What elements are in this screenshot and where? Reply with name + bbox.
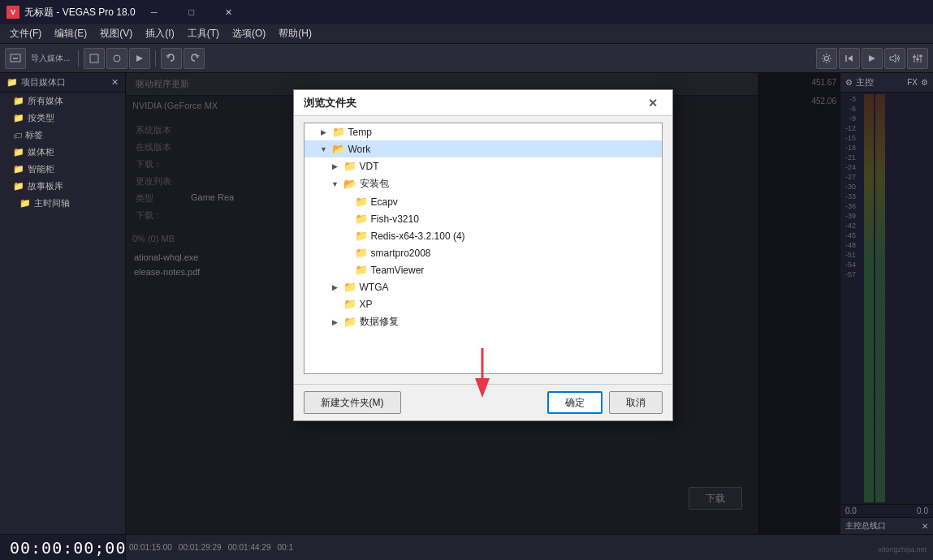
smartpro-label: smartpro2008 [371, 248, 431, 259]
timecode-panel: 00:00:00;00 [0, 535, 126, 560]
ecapv-folder-icon: 📁 [355, 196, 368, 208]
tb-separator-1 [78, 50, 79, 67]
tree-smartpro[interactable]: ▶ 📁 smartpro2008 [305, 244, 662, 261]
tree-work[interactable]: ▼ 📂 Work [305, 140, 662, 157]
wtga-label: WTGA [360, 282, 389, 293]
svg-marker-9 [890, 54, 896, 62]
ecapv-label: Ecapv [371, 196, 398, 208]
menu-options[interactable]: 选项(O) [226, 25, 272, 42]
tb-volume[interactable] [884, 48, 905, 69]
app-title: 无标题 - VEGAS Pro 18.0 [24, 6, 136, 19]
svg-marker-6 [848, 55, 853, 62]
fx-icon[interactable]: FX [907, 78, 918, 87]
teamviewer-folder-icon: 📁 [355, 264, 368, 276]
menu-file[interactable]: 文件(F) [3, 25, 48, 42]
scale-labels: -3 -6 -9 -12 -15 -18 -21 -24 -27 -30 -33… [842, 94, 861, 502]
tree-main-timeline[interactable]: 📁 主时间轴 [0, 195, 125, 212]
cancel-button[interactable]: 取消 [609, 391, 663, 414]
menu-view[interactable]: 视图(V) [93, 25, 139, 42]
menu-insert[interactable]: 插入(I) [139, 25, 180, 42]
tb-btn-1[interactable] [84, 48, 105, 69]
tree-xp[interactable]: ▶ 📁 XP [305, 295, 662, 312]
tb-redo[interactable] [184, 48, 205, 69]
vdt-folder-icon: 📁 [343, 160, 356, 172]
tb-mixer[interactable] [907, 48, 928, 69]
tree-vdt[interactable]: ▶ 📁 VDT [305, 157, 662, 174]
level-meters: -3 -6 -9 -12 -15 -18 -21 -24 -27 -30 -33… [840, 93, 933, 504]
work-folder-icon: 📂 [332, 143, 345, 155]
title-bar: V 无标题 - VEGAS Pro 18.0 ─ □ ✕ [0, 0, 933, 24]
ok-button[interactable]: 确定 [547, 391, 603, 414]
anzhuangbao-folder-icon: 📂 [343, 178, 356, 190]
browse-folder-dialog: 浏览文件夹 ✕ ▶ 📁 Temp ▼ [293, 89, 673, 421]
tree-tags[interactable]: 🏷 标签 [0, 127, 125, 144]
tb-play[interactable] [862, 48, 883, 69]
far-right-panel: ⚙ 主控 FX ⚙ -3 -6 -9 -12 -15 -18 -21 -24 -… [840, 73, 933, 534]
dialog-close-button[interactable]: ✕ [643, 93, 663, 113]
tb-settings[interactable] [816, 48, 837, 69]
tree-smart-cabinet[interactable]: 📁 智能柜 [0, 161, 125, 178]
tree-ecapv[interactable]: ▶ 📁 Ecapv [305, 193, 662, 210]
temp-folder-icon: 📁 [332, 126, 345, 138]
data-recovery-arrow: ▶ [330, 318, 340, 326]
tree-redis[interactable]: ▶ 📁 Redis-x64-3.2.100 (4) [305, 227, 662, 244]
tree-anzhuangbao[interactable]: ▼ 📂 安装包 [305, 174, 662, 193]
tree-temp[interactable]: ▶ 📁 Temp [305, 123, 662, 140]
master-bus-label-row: 主控总线口 ✕ [840, 517, 933, 534]
svg-marker-8 [869, 55, 875, 62]
content-area: 驱动程序更新 NVIDIA (GeForce MX 系统版本 在线版本 下载： [126, 73, 840, 534]
settings-icon-right[interactable]: ⚙ [921, 78, 928, 87]
tree-data-recovery[interactable]: ▶ 📁 数据修复 [305, 312, 662, 331]
work-label: Work [348, 144, 371, 155]
minimize-button[interactable]: ─ [136, 0, 173, 24]
window-controls: ─ □ ✕ [136, 0, 248, 24]
timeline-mark-1: 00:01:15:00 [129, 543, 172, 552]
timeline-mark-4: 00:1 [277, 543, 292, 552]
dialog-body: ▶ 📁 Temp ▼ 📂 Work ▶ [294, 116, 672, 384]
wtga-folder-icon: 📁 [343, 281, 356, 293]
project-media-close[interactable]: ✕ [111, 77, 119, 88]
tree-wtga[interactable]: ▶ 📁 WTGA [305, 278, 662, 295]
meter-right [875, 94, 885, 502]
redis-folder-icon: 📁 [355, 230, 368, 242]
tb-import[interactable] [5, 48, 26, 69]
tree-by-type[interactable]: 📁 按类型 [0, 110, 125, 127]
master-bus-close[interactable]: ✕ [922, 522, 928, 531]
timeline-mark-3: 00:01:44:29 [228, 543, 271, 552]
tree-all-media[interactable]: 📁 所有媒体 [0, 93, 125, 110]
menu-help[interactable]: 帮助(H) [272, 25, 318, 42]
tb-btn-3[interactable] [129, 48, 150, 69]
meter-left [864, 94, 874, 502]
toolbar: 导入媒体... [0, 44, 933, 73]
svg-marker-4 [136, 55, 143, 62]
left-panel-header: 📁 项目媒体口 ✕ [0, 73, 125, 93]
work-arrow: ▼ [319, 145, 329, 153]
menu-tools[interactable]: 工具(T) [181, 25, 226, 42]
svg-point-5 [825, 56, 829, 60]
menu-bar: 文件(F) 编辑(E) 视图(V) 插入(I) 工具(T) 选项(O) 帮助(H… [0, 24, 933, 44]
close-button[interactable]: ✕ [210, 0, 248, 24]
tb-play-prev[interactable] [839, 48, 860, 69]
dialog-title-bar: 浏览文件夹 ✕ [294, 90, 672, 116]
tree-teamviewer[interactable]: ▶ 📁 TeamViewer [305, 261, 662, 278]
menu-edit[interactable]: 编辑(E) [48, 25, 93, 42]
tb-separator-2 [155, 50, 156, 67]
teamviewer-label: TeamViewer [371, 265, 425, 276]
temp-label: Temp [348, 127, 372, 138]
dialog-overlay: 浏览文件夹 ✕ ▶ 📁 Temp ▼ [126, 73, 840, 534]
maximize-button[interactable]: □ [173, 0, 210, 24]
svg-point-3 [114, 55, 120, 62]
tree-storyboard[interactable]: 📁 故事板库 [0, 178, 125, 195]
new-folder-button[interactable]: 新建文件夹(M) [304, 391, 401, 414]
tree-fish[interactable]: ▶ 📁 Fish-v3210 [305, 210, 662, 227]
file-tree-container[interactable]: ▶ 📁 Temp ▼ 📂 Work ▶ [304, 123, 663, 374]
timeline-area: 00:00:00;00 00:01:15:00 00:01:29:29 00:0… [0, 534, 933, 560]
main-area: 📁 项目媒体口 ✕ 📁 所有媒体 📁 按类型 🏷 标签 📁 媒体柜 📁 智能柜 … [0, 73, 933, 534]
redis-label: Redis-x64-3.2.100 (4) [371, 230, 465, 242]
xp-label: XP [360, 299, 373, 310]
tb-btn-2[interactable] [106, 48, 127, 69]
timeline-track[interactable]: 00:01:15:00 00:01:29:29 00:01:44:29 00:1 [126, 535, 933, 560]
tb-undo[interactable] [161, 48, 182, 69]
tree-media-cabinet[interactable]: 📁 媒体柜 [0, 144, 125, 161]
data-recovery-label: 数据修复 [360, 315, 399, 329]
